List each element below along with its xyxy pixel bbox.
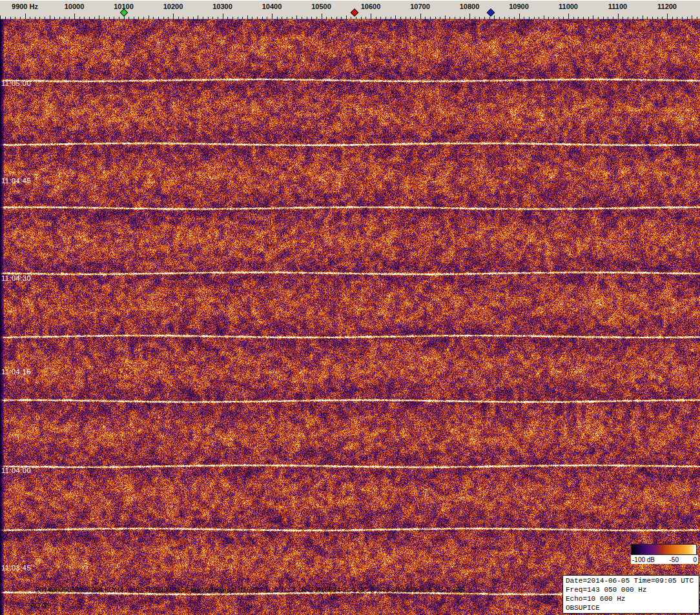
time-label: 11:04:00 bbox=[1, 467, 31, 474]
spectrogram-canvas bbox=[0, 19, 700, 615]
freq-tick bbox=[667, 14, 668, 19]
observation-info-box: Date=2014-06-05 Time=09:05 UTCFreq=143 0… bbox=[562, 575, 699, 614]
info-line: Date=2014-06-05 Time=09:05 UTC bbox=[566, 576, 696, 585]
freq-tick bbox=[322, 14, 322, 19]
freq-tick-label: 10400 bbox=[262, 3, 282, 10]
freq-tick bbox=[25, 14, 26, 19]
freq-tick-label: 10700 bbox=[410, 3, 430, 10]
freq-tick bbox=[568, 14, 569, 19]
freq-tick bbox=[519, 14, 520, 19]
freq-tick-label: 11100 bbox=[608, 3, 627, 10]
freq-tick-label: 10300 bbox=[212, 3, 232, 10]
freq-tick-label: 10200 bbox=[163, 3, 183, 10]
colorbar-gradient bbox=[631, 544, 697, 555]
freq-tick bbox=[173, 14, 174, 19]
freq-tick-label: 11000 bbox=[559, 3, 578, 10]
time-label: 11:04:30 bbox=[1, 274, 31, 282]
frequency-scale: 9900 Hz100001010010200103001040010500106… bbox=[0, 0, 700, 19]
colorbar-mid-label: -50 bbox=[670, 556, 679, 563]
freq-tick bbox=[223, 14, 223, 19]
info-line: OBSUPICE bbox=[566, 603, 696, 612]
freq-tick-label: 10800 bbox=[460, 3, 480, 10]
freq-tick-label: 10600 bbox=[361, 3, 381, 10]
station-tag: AG-39 bbox=[30, 601, 51, 609]
colorbar-max-label: 0 bbox=[693, 556, 697, 563]
time-label: 11:03:45 bbox=[1, 564, 31, 572]
marker-red-diamond[interactable] bbox=[350, 8, 358, 17]
freq-tick bbox=[272, 14, 273, 19]
freq-tick-label: 10900 bbox=[509, 3, 529, 10]
freq-tick bbox=[371, 14, 371, 19]
colorbar-min-label: -100 dB bbox=[632, 556, 655, 563]
detection-log-text: 20140605090339204 hCnt4 nb-81 f10590 hit… bbox=[36, 586, 465, 594]
freq-tick bbox=[74, 14, 75, 19]
time-label: 11:04:15 bbox=[1, 368, 31, 376]
colorbar-labels: -100 dB -50 0 bbox=[631, 555, 698, 564]
colorbar-legend: -100 dB -50 0 bbox=[631, 544, 698, 564]
freq-tick-label: 11200 bbox=[657, 3, 677, 10]
time-label: 11:05:00 bbox=[1, 79, 31, 87]
meteor-echo-spectrogram-app: 9900 Hz100001010010200103001040010500106… bbox=[0, 0, 700, 615]
waterfall-plot: 11:05:0011:04:4511:04:3011:04:1511:04:00… bbox=[0, 19, 700, 615]
freq-tick bbox=[420, 14, 421, 19]
info-line: Freq=143 050 000 Hz bbox=[566, 585, 696, 594]
freq-tick-label: 10000 bbox=[65, 3, 85, 10]
freq-tick-label: 9900 Hz bbox=[12, 3, 38, 10]
freq-tick bbox=[469, 14, 470, 19]
freq-tick-label: 10500 bbox=[311, 3, 331, 10]
time-label: 11:04:45 bbox=[1, 177, 31, 185]
freq-tick bbox=[618, 14, 619, 19]
info-line: Echo=10 600 Hz bbox=[566, 594, 696, 603]
